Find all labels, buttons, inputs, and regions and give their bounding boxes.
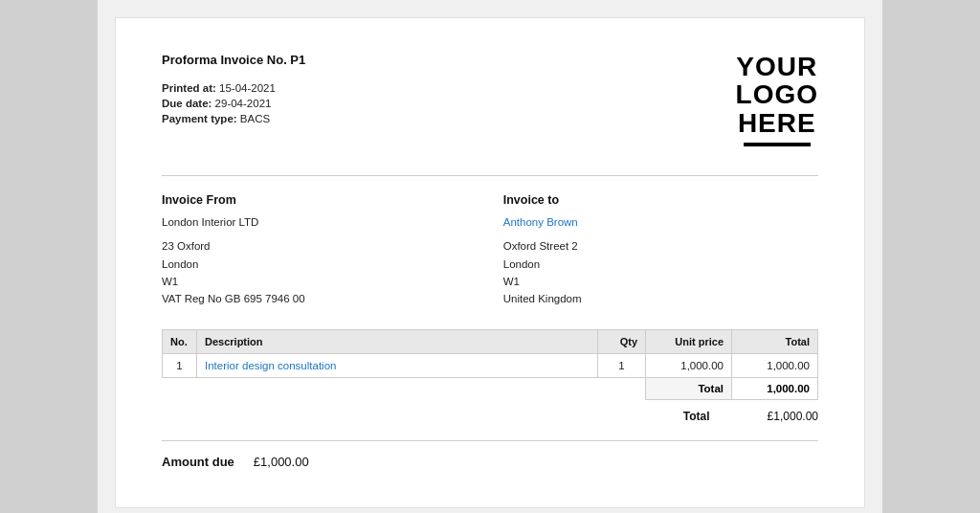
cell-qty: 1 xyxy=(598,354,646,378)
cell-total: 1,000.00 xyxy=(732,354,818,378)
amount-due-row: Amount due £1,000.00 xyxy=(162,455,818,469)
from-vat: VAT Reg No GB 695 7946 00 xyxy=(162,291,477,307)
header-left: Proforma Invoice No. P1 Printed at: 15-0… xyxy=(162,53,305,128)
to-address2: London xyxy=(503,256,818,273)
subtotal-row: Total 1,000.00 xyxy=(163,378,818,400)
col-qty: Qty xyxy=(598,330,646,354)
amount-due-label: Amount due xyxy=(162,455,234,469)
due-date: Due date: 29-04-2021 xyxy=(162,98,305,109)
col-description: Description xyxy=(197,330,598,354)
from-heading: Invoice From xyxy=(162,193,477,207)
to-name: Anthony Brown xyxy=(503,214,818,231)
page-wrapper: Proforma Invoice No. P1 Printed at: 15-0… xyxy=(98,0,882,513)
subtotal-value: 1,000.00 xyxy=(732,378,818,400)
invoice-to: Invoice to Anthony Brown Oxford Street 2… xyxy=(503,193,818,308)
billing-section: Invoice From London Interior LTD 23 Oxfo… xyxy=(162,193,818,308)
logo-line2: LOGO xyxy=(736,80,818,108)
table-footer: Total 1,000.00 xyxy=(163,378,818,400)
to-address4: United Kingdom xyxy=(503,291,818,307)
subtotal-label: Total xyxy=(646,378,732,400)
from-address2: London xyxy=(162,256,477,273)
invoice-card: Proforma Invoice No. P1 Printed at: 15-0… xyxy=(115,17,865,508)
from-address: 23 Oxford London W1 VAT Reg No GB 695 79… xyxy=(162,238,477,307)
header-meta: Printed at: 15-04-2021 Due date: 29-04-2… xyxy=(162,82,305,124)
printed-at: Printed at: 15-04-2021 xyxy=(162,82,305,94)
logo-line3: HERE xyxy=(736,109,818,137)
table-row: 1 Interior design consultation 1 1,000.0… xyxy=(163,354,818,378)
grand-total-value: £1,000.00 xyxy=(768,410,818,423)
table-body: 1 Interior design consultation 1 1,000.0… xyxy=(163,354,818,378)
grand-total-row: Total £1,000.00 xyxy=(162,410,818,423)
cell-unit-price: 1,000.00 xyxy=(646,354,732,378)
header-divider xyxy=(162,175,818,176)
payment-type: Payment type: BACS xyxy=(162,113,305,124)
col-unit-price: Unit price xyxy=(646,330,732,354)
to-address: Oxford Street 2 London W1 United Kingdom xyxy=(503,238,818,307)
invoice-header: Proforma Invoice No. P1 Printed at: 15-0… xyxy=(162,53,818,146)
amount-due-value: £1,000.00 xyxy=(254,455,309,469)
from-company: London Interior LTD xyxy=(162,214,477,231)
logo-underline xyxy=(744,143,811,146)
col-total: Total xyxy=(732,330,818,354)
logo-line1: YOUR xyxy=(736,53,818,80)
invoice-from: Invoice From London Interior LTD 23 Oxfo… xyxy=(162,193,477,308)
grand-total-inner: Total £1,000.00 xyxy=(683,410,818,423)
items-table: No. Description Qty Unit price Total 1 I… xyxy=(162,329,818,400)
from-address3: W1 xyxy=(162,274,477,290)
to-heading: Invoice to xyxy=(503,193,818,207)
to-address1: Oxford Street 2 xyxy=(503,238,818,255)
from-address1: 23 Oxford xyxy=(162,238,477,255)
cell-no: 1 xyxy=(163,354,197,378)
footer-divider xyxy=(162,440,818,441)
invoice-title: Proforma Invoice No. P1 xyxy=(162,53,305,67)
to-address3: W1 xyxy=(503,274,818,290)
logo-placeholder: YOUR LOGO HERE xyxy=(736,53,818,146)
table-header-row: No. Description Qty Unit price Total xyxy=(163,330,818,354)
grand-total-label: Total xyxy=(683,410,710,423)
cell-description: Interior design consultation xyxy=(197,354,598,378)
col-no: No. xyxy=(163,330,197,354)
